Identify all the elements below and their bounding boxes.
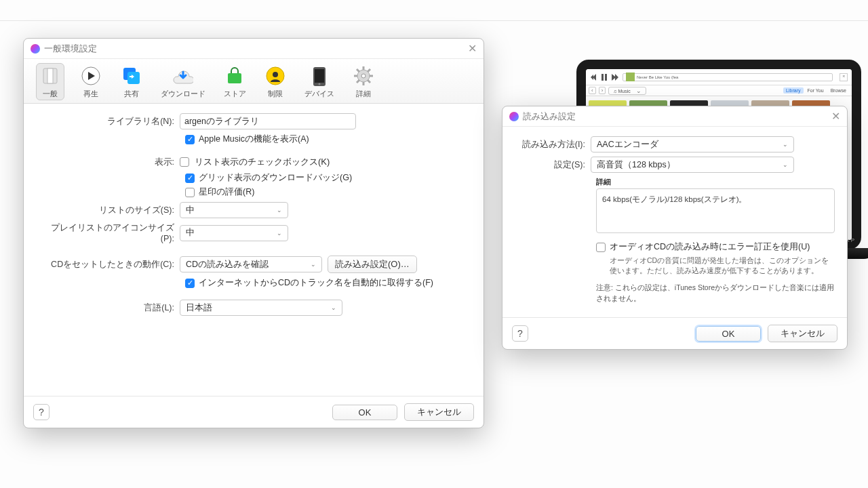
pause-icon[interactable]: [601, 74, 608, 81]
display-label: 表示:: [37, 157, 180, 168]
svg-rect-1: [605, 74, 607, 81]
svg-line-19: [357, 69, 359, 72]
playlist-icon-label: プレイリストのアイコンサイズ(P):: [37, 222, 180, 243]
sharing-icon: [120, 64, 143, 87]
nav-back-icon[interactable]: ‹: [589, 87, 596, 94]
tab-download[interactable]: ダウンロード: [158, 63, 208, 100]
titlebar: 一般環境設定 ✕: [24, 39, 484, 59]
cd-action-select[interactable]: CDの読み込みを確認⌄: [180, 256, 322, 272]
tab-restrictions[interactable]: 制限: [261, 63, 290, 100]
album-thumb: [626, 73, 635, 81]
svg-line-22: [357, 80, 359, 83]
cancel-button[interactable]: キャンセル: [404, 403, 474, 421]
help-button[interactable]: ?: [33, 404, 50, 420]
general-preferences-window: 一般環境設定 ✕ 一般 再生 共有 ダウンロード: [23, 38, 484, 428]
language-label: 言語(L):: [37, 302, 180, 314]
ok-button[interactable]: OK: [696, 326, 761, 342]
tab-label: 制限: [268, 89, 283, 99]
itunes-icon: [31, 44, 40, 54]
details-label: 詳細: [596, 177, 835, 187]
tab-label: 詳細: [356, 89, 371, 99]
source-select[interactable]: ♫ Music ⌄: [608, 87, 646, 95]
library-toolbar: ‹ › ♫ Music ⌄ Library For You Browse: [586, 85, 852, 96]
svg-point-9: [273, 72, 278, 77]
devices-icon: [308, 64, 331, 87]
library-name-input[interactable]: [180, 113, 356, 129]
import-setting-select[interactable]: 高音質（128 kbps）⌄: [591, 157, 794, 173]
track-title: Never Be Like You (fea: [635, 75, 680, 79]
grid-badge-checkbox[interactable]: [185, 174, 195, 183]
playlist-icon-select[interactable]: 中⌄: [180, 225, 288, 241]
tab-library[interactable]: Library: [783, 87, 803, 94]
tab-browse[interactable]: Browse: [828, 87, 849, 94]
error-correction-checkbox[interactable]: [596, 243, 606, 252]
svg-line-20: [368, 80, 370, 83]
window-title: 読み込み設定: [523, 110, 576, 123]
star-rating-label: 星印の評価(R): [199, 186, 254, 198]
svg-rect-3: [47, 68, 53, 83]
list-size-select[interactable]: 中⌄: [180, 202, 288, 218]
restrictions-icon: [264, 64, 287, 87]
svg-rect-6: [127, 72, 140, 84]
note-text: 注意: これらの設定は、iTunes Storeからダウンロードした音楽には適用…: [596, 283, 835, 303]
tab-label: 一般: [43, 89, 58, 99]
list-size-label: リストのサイズ(S):: [37, 205, 180, 216]
error-correction-hint: オーディオCDの音質に問題が発生した場合は、このオプションを使います。ただし、読…: [610, 256, 835, 276]
svg-rect-11: [315, 69, 324, 83]
dialog-footer: ? OK キャンセル: [502, 317, 847, 349]
ok-button[interactable]: OK: [332, 405, 397, 420]
import-settings-window: 読み込み設定 ✕ 読み込み方法(I): AACエンコーダ⌄ 設定(S): 高音質…: [502, 106, 848, 350]
shuffle-icon[interactable]: ⤮: [840, 73, 848, 81]
tab-store[interactable]: ストア: [220, 63, 249, 100]
apple-music-label: Apple Musicの機能を表示(A): [199, 134, 309, 145]
tab-label: 共有: [124, 89, 139, 99]
language-select[interactable]: 日本語⌄: [180, 300, 342, 316]
dialog-footer: ? OK キャンセル: [24, 396, 484, 428]
help-button[interactable]: ?: [512, 325, 528, 342]
import-settings-button[interactable]: 読み込み設定(O)…: [328, 256, 417, 273]
cd-action-label: CDをセットしたときの動作(C):: [37, 259, 180, 270]
svg-point-14: [361, 74, 366, 78]
prev-icon[interactable]: [590, 74, 597, 81]
tab-sharing[interactable]: 共有: [117, 63, 146, 100]
window-title: 一般環境設定: [44, 43, 97, 55]
itunes-icon: [509, 112, 519, 121]
tab-label: ストア: [224, 89, 246, 99]
gear-icon: [352, 64, 375, 87]
svg-point-12: [319, 83, 321, 85]
svg-rect-0: [601, 74, 604, 81]
cd-tracknames-label: インターネットからCDのトラック名を自動的に取得する(F): [199, 277, 433, 289]
import-method-label: 読み込み方法(I):: [515, 139, 591, 150]
tab-label: 再生: [83, 89, 98, 99]
tab-playback[interactable]: 再生: [77, 63, 105, 100]
nav-fwd-icon[interactable]: ›: [599, 87, 606, 94]
general-icon: [39, 64, 62, 87]
prefs-toolbar: 一般 再生 共有 ダウンロード ストア: [24, 59, 484, 104]
store-icon: [223, 64, 246, 87]
player-bar: Never Be Like You (fea ⤮: [586, 69, 852, 85]
tab-label: デバイス: [304, 89, 334, 99]
grid-badge-label: グリッド表示のダウンロードバッジ(G): [199, 172, 352, 184]
error-correction-label: オーディオCDの読み込み時にエラー訂正を使用(U): [610, 241, 810, 253]
cd-tracknames-checkbox[interactable]: [185, 279, 195, 288]
close-icon[interactable]: ✕: [468, 42, 477, 55]
list-checkbox-label: リスト表示のチェックボックス(K): [195, 156, 330, 168]
import-method-select[interactable]: AACエンコーダ⌄: [591, 136, 794, 152]
tab-advanced[interactable]: 詳細: [349, 63, 378, 100]
tab-general[interactable]: 一般: [36, 63, 64, 100]
now-playing: Never Be Like You (fea: [623, 73, 833, 81]
next-icon[interactable]: [612, 74, 618, 81]
svg-rect-7: [228, 73, 241, 83]
titlebar: 読み込み設定 ✕: [502, 106, 847, 127]
star-rating-checkbox[interactable]: [185, 188, 195, 197]
cancel-button[interactable]: キャンセル: [768, 325, 837, 342]
download-icon: [172, 64, 195, 87]
play-icon: [79, 64, 102, 87]
apple-music-checkbox[interactable]: [185, 135, 195, 144]
tab-foryou[interactable]: For You: [805, 87, 827, 94]
list-checkbox[interactable]: [180, 157, 189, 167]
library-name-label: ライブラリ名(N):: [37, 116, 180, 127]
tab-label: ダウンロード: [161, 89, 205, 99]
close-icon[interactable]: ✕: [831, 110, 840, 123]
tab-devices[interactable]: デバイス: [302, 63, 337, 100]
